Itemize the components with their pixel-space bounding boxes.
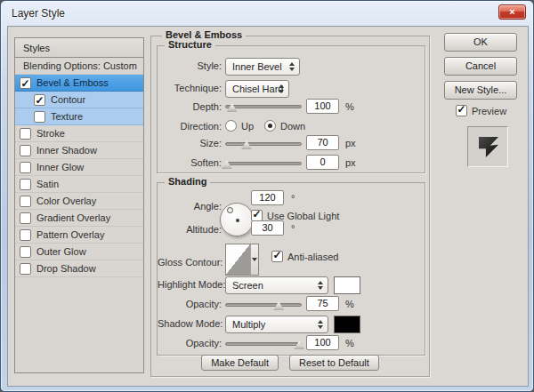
depth-slider[interactable]	[225, 103, 302, 112]
checkbox[interactable]	[34, 111, 45, 123]
default-buttons-row: Make Default Reset to Default	[151, 355, 429, 371]
angle-dial[interactable]	[220, 203, 254, 236]
checkbox[interactable]	[20, 162, 31, 173]
highlight-mode-dropdown[interactable]: Screen	[225, 276, 328, 294]
altitude-label: Altitude:	[158, 224, 222, 235]
check-icon: ✓	[272, 249, 282, 261]
angle-unit: °	[291, 193, 295, 204]
altitude-unit: °	[291, 223, 295, 234]
sidebar-item-stroke[interactable]: Stroke	[15, 125, 143, 142]
shading-legend: Shading	[165, 176, 210, 187]
styles-panel: Styles Blending Options: Custom ✓ Bevel …	[14, 37, 144, 373]
shadow-color-swatch[interactable]	[334, 316, 360, 333]
checkbox[interactable]	[20, 246, 31, 258]
styles-header: Styles	[15, 38, 143, 58]
reset-to-default-button[interactable]: Reset to Default	[289, 355, 379, 371]
checkbox[interactable]	[20, 263, 31, 275]
check-icon: ✓	[35, 92, 44, 109]
soften-label: Soften:	[158, 157, 222, 168]
highlight-color-swatch[interactable]	[334, 276, 360, 294]
style-dropdown[interactable]: Inner Bevel	[225, 58, 300, 76]
soften-slider[interactable]	[225, 160, 302, 169]
title-bar[interactable]: Layer Style ×	[1, 1, 533, 26]
sidebar-item-contour[interactable]: ✓ Contour	[15, 92, 143, 108]
checkbox[interactable]: ✓	[34, 94, 45, 106]
technique-label: Technique:	[158, 83, 222, 93]
updown-arrow-icon	[318, 281, 323, 290]
gloss-contour-preview	[226, 244, 250, 275]
sidebar-item-label: Blending Options: Custom	[23, 60, 137, 71]
highlight-opacity-unit: %	[345, 299, 354, 309]
direction-down-radio[interactable]	[264, 120, 276, 132]
soften-value[interactable]: 0	[306, 155, 339, 170]
make-default-button[interactable]: Make Default	[201, 355, 279, 371]
checkbox[interactable]	[20, 196, 31, 207]
checkbox[interactable]	[20, 179, 31, 190]
direction-up-radio[interactable]	[225, 120, 237, 132]
checkbox[interactable]	[20, 229, 31, 241]
bevel-emboss-panel: Bevel & Emboss Structure Style: Inner Be…	[150, 36, 430, 377]
sidebar-item-gradient-overlay[interactable]: Gradient Overlay	[15, 210, 143, 227]
slider-track[interactable]	[225, 162, 302, 165]
sidebar-item-color-overlay[interactable]: Color Overlay	[15, 193, 143, 210]
checkbox[interactable]	[20, 145, 31, 156]
slider-track[interactable]	[225, 303, 302, 307]
sidebar-item-label: Pattern Overlay	[36, 229, 104, 240]
ok-button[interactable]: OK	[444, 33, 517, 52]
sidebar-item-bevel-emboss[interactable]: ✓ Bevel & Emboss	[15, 75, 143, 92]
highlight-opacity-value[interactable]: 75	[306, 296, 339, 311]
sidebar-item-pattern-overlay[interactable]: Pattern Overlay	[15, 227, 143, 244]
shadow-opacity-slider[interactable]	[225, 340, 302, 349]
dropdown-arrow-icon[interactable]	[250, 244, 258, 275]
depth-label: Depth:	[158, 101, 222, 112]
angle-value[interactable]: 120	[251, 190, 284, 205]
sidebar-item-label: Color Overlay	[36, 196, 96, 206]
altitude-value[interactable]: 30	[251, 220, 284, 236]
size-value[interactable]: 70	[306, 135, 339, 150]
slider-track[interactable]	[225, 342, 302, 346]
check-icon: ✓	[252, 208, 262, 220]
sidebar-item-outer-glow[interactable]: Outer Glow	[15, 244, 143, 260]
sidebar-item-texture[interactable]: Texture	[15, 108, 143, 125]
slider-track[interactable]	[225, 142, 302, 146]
cancel-button[interactable]: Cancel	[444, 57, 517, 76]
shading-group: Shading Angle: 120 ° ✓ Use Global Light …	[157, 182, 425, 356]
gloss-contour-picker[interactable]	[225, 244, 259, 276]
window-title: Layer Style	[12, 7, 65, 20]
technique-dropdown[interactable]: Chisel Hard	[225, 80, 289, 98]
sidebar-item-label: Drop Shadow	[36, 263, 96, 274]
direction-label: Direction:	[158, 121, 222, 132]
checkbox[interactable]	[20, 212, 31, 224]
size-slider[interactable]	[225, 140, 302, 149]
preview-layer-shape	[479, 137, 498, 157]
shadow-opacity-label: Opacity:	[158, 338, 222, 348]
sidebar-item-drop-shadow[interactable]: Drop Shadow	[15, 260, 143, 277]
highlight-opacity-slider[interactable]	[225, 301, 302, 310]
dial-center-dot	[236, 219, 239, 222]
sidebar-item-inner-glow[interactable]: Inner Glow	[15, 159, 143, 176]
highlight-opacity-label: Opacity:	[158, 299, 222, 309]
gloss-contour-label: Gloss Contour:	[158, 257, 222, 268]
new-style-button[interactable]: New Style...	[444, 81, 517, 100]
shadow-mode-dropdown[interactable]: Multiply	[225, 316, 328, 333]
checkbox[interactable]	[20, 128, 31, 140]
sidebar-item-inner-shadow[interactable]: Inner Shadow	[15, 142, 143, 159]
check-icon: ✓	[457, 103, 466, 116]
structure-group: Structure Style: Inner Bevel Technique: …	[157, 45, 425, 173]
sidebar-item-label: Contour	[51, 94, 85, 105]
sidebar-item-satin[interactable]: Satin	[15, 176, 143, 193]
dial-angle-marker[interactable]	[227, 207, 233, 213]
checkbox[interactable]: ✓	[20, 77, 31, 89]
close-button[interactable]: ×	[498, 4, 526, 20]
shadow-opacity-unit: %	[345, 338, 354, 348]
close-icon: ×	[509, 6, 514, 17]
sidebar-item-blending-options[interactable]: Blending Options: Custom	[15, 58, 143, 75]
structure-legend: Structure	[165, 39, 215, 50]
shadow-opacity-value[interactable]: 100	[306, 335, 339, 350]
slider-track[interactable]	[225, 105, 302, 108]
anti-aliased-label: Anti-aliased	[287, 252, 338, 262]
preview-checkbox[interactable]: ✓	[456, 105, 467, 116]
depth-value[interactable]: 100	[306, 99, 339, 114]
soften-unit: px	[345, 157, 356, 168]
anti-aliased-checkbox[interactable]: ✓	[271, 251, 283, 262]
